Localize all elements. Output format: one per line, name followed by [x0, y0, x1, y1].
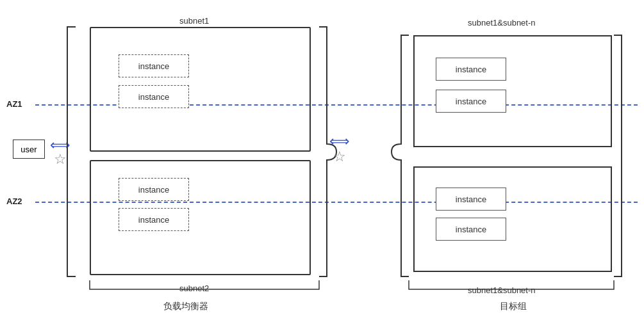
az2-label: AZ2	[6, 196, 22, 206]
lbe-label: 负载均衡器	[163, 301, 208, 312]
svg-text:☆: ☆	[333, 148, 346, 164]
az1-label: AZ1	[6, 99, 22, 109]
subnet2-label: subnet2	[179, 284, 209, 293]
instance-right-bottom-1: instance	[436, 188, 506, 211]
instance-subnet2-2: instance	[119, 208, 189, 231]
star-a: ☆	[54, 152, 67, 166]
instance-subnet2-1: instance	[119, 178, 189, 201]
subnet1-label: subnet1	[179, 16, 209, 26]
instance-right-top-2: instance	[436, 90, 506, 113]
subnet1n-label-bottom: subnet1&subnet-n	[468, 285, 536, 295]
instance-subnet1-1: instance	[119, 54, 189, 77]
arrow-a: ⟺ ☆	[50, 138, 70, 166]
svg-text:⟺: ⟺	[329, 133, 350, 149]
instance-right-bottom-2: instance	[436, 218, 506, 241]
double-arrow-a: ⟺	[50, 138, 70, 152]
instance-right-top-1: instance	[436, 58, 506, 81]
instance-subnet1-2: instance	[119, 85, 189, 108]
subnet1n-label-top: subnet1&subnet-n	[468, 18, 536, 28]
user-box: user	[13, 140, 45, 159]
diagram: AZ1 AZ2 user ⟺ ☆ subnet1 instance instan…	[0, 0, 644, 320]
user-label: user	[21, 145, 37, 154]
target-label: 目标组	[500, 301, 527, 312]
